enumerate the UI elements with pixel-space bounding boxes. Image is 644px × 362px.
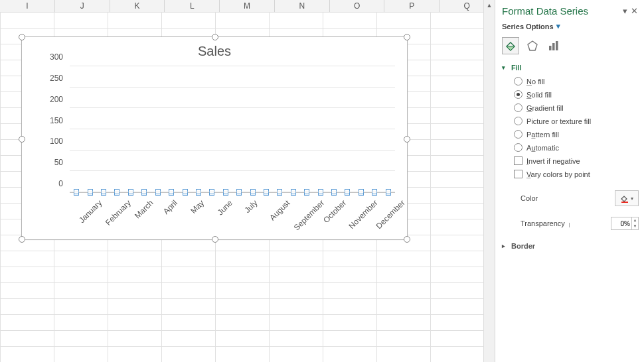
vary-colors-checkbox[interactable]: Vary colors by point xyxy=(514,170,639,178)
column-headers: IJKLMNOPQ xyxy=(0,0,495,13)
series-options-label: Series Options xyxy=(502,23,554,30)
column-header[interactable]: K xyxy=(110,0,165,12)
pane-options-button[interactable]: ▾ xyxy=(620,6,629,16)
pattern-fill-radio[interactable]: Pattern fill xyxy=(514,130,639,139)
pane-title: Format Data Series xyxy=(502,5,620,17)
chevron-down-icon: ▾ xyxy=(631,196,633,202)
pane-close-button[interactable]: ✕ xyxy=(629,6,639,16)
x-axis: JanuaryFebruaryMarchAprilMayJuneJulyAugu… xyxy=(70,194,395,239)
chevron-down-icon: ▾ xyxy=(556,22,560,30)
paint-bucket-small-icon xyxy=(620,194,629,203)
gridline xyxy=(70,150,395,151)
border-section-label: Border xyxy=(511,242,535,250)
transparency-input[interactable]: ▲ ▼ xyxy=(611,217,639,230)
y-tick-label: 150 xyxy=(23,116,63,125)
chart-title[interactable]: Sales xyxy=(22,44,407,59)
y-tick-label: 100 xyxy=(23,137,63,146)
checkbox-label: ary colors by point xyxy=(531,170,590,178)
solid-fill-radio[interactable]: Solid fill xyxy=(514,90,639,99)
gridline xyxy=(70,107,395,108)
svg-rect-1 xyxy=(549,46,552,50)
gridline xyxy=(70,129,395,129)
chart-object[interactable]: Sales 050100150200250300 JanuaryFebruary… xyxy=(21,36,408,240)
color-picker-button[interactable]: ▾ xyxy=(615,190,639,206)
resize-handle-ne[interactable] xyxy=(404,34,410,40)
picture-fill-radio[interactable]: Picture or texture fill xyxy=(514,117,639,125)
x-tick-label: December xyxy=(374,198,406,231)
svg-rect-2 xyxy=(552,43,555,50)
fill-line-tab[interactable] xyxy=(502,37,519,54)
radio-label: radient fill xyxy=(532,104,564,112)
radio-label: o fill xyxy=(532,78,545,86)
series-options-tab[interactable] xyxy=(546,38,562,54)
y-tick-label: 0 xyxy=(23,179,63,188)
pane-category-tabs xyxy=(502,34,639,61)
spin-down-icon[interactable]: ▼ xyxy=(632,223,638,229)
effects-tab[interactable] xyxy=(524,38,540,54)
column-header[interactable]: J xyxy=(55,0,110,12)
svg-rect-4 xyxy=(621,202,628,203)
bar-chart-icon xyxy=(548,40,560,52)
radio-label: Picture or texture fill xyxy=(526,117,591,125)
checkbox-label: nvert if negative xyxy=(528,157,580,165)
triangle-right-icon: ▸ xyxy=(502,243,509,249)
y-tick-label: 200 xyxy=(23,95,63,104)
resize-handle-sw[interactable] xyxy=(19,236,25,243)
column-header[interactable]: O xyxy=(330,0,385,12)
radio-label: ttern fill xyxy=(535,131,558,139)
gridline xyxy=(70,192,395,192)
resize-handle-e[interactable] xyxy=(404,136,410,143)
plot-area[interactable] xyxy=(70,66,395,193)
gridline xyxy=(70,87,395,88)
no-fill-radio[interactable]: No fill xyxy=(514,77,639,86)
x-tick-label: May xyxy=(189,198,206,215)
triangle-down-icon: ▾ xyxy=(502,64,509,71)
radio-label: tomatic xyxy=(535,144,558,152)
transparency-value[interactable] xyxy=(611,219,631,228)
transparency-slider[interactable]: | xyxy=(565,219,611,228)
column-header[interactable]: M xyxy=(220,0,275,12)
pentagon-icon xyxy=(526,40,538,52)
spreadsheet-area[interactable]: IJKLMNOPQ Sales 050100150200250300 Janua… xyxy=(0,0,495,362)
y-tick-label: 300 xyxy=(23,52,63,62)
gridline xyxy=(70,66,395,66)
resize-handle-se[interactable] xyxy=(404,236,410,243)
y-tick-label: 250 xyxy=(23,74,63,83)
x-tick-label: July xyxy=(243,198,260,215)
transparency-label: Transparency xyxy=(521,219,565,227)
x-tick-label: June xyxy=(215,198,234,217)
series-options-dropdown[interactable]: Series Options ▾ xyxy=(502,22,639,34)
fill-section-header[interactable]: ▾ Fill xyxy=(502,61,639,74)
svg-marker-0 xyxy=(528,41,537,50)
paint-bucket-icon xyxy=(505,40,517,52)
y-tick-label: 50 xyxy=(23,158,63,167)
automatic-radio[interactable]: Automatic xyxy=(514,143,639,152)
column-header[interactable]: I xyxy=(0,0,55,12)
gridline xyxy=(70,170,395,171)
resize-handle-n[interactable] xyxy=(212,34,218,40)
column-header[interactable]: P xyxy=(384,0,440,12)
column-header[interactable]: N xyxy=(275,0,330,12)
x-tick-label: April xyxy=(161,198,179,216)
y-axis: 050100150200250300 xyxy=(22,66,67,193)
resize-handle-nw[interactable] xyxy=(19,34,25,40)
format-data-series-pane: Format Data Series ▾ ✕ Series Options ▾ xyxy=(495,0,644,362)
column-header[interactable]: L xyxy=(165,0,220,12)
gradient-fill-radio[interactable]: Gradient fill xyxy=(514,103,639,112)
vertical-scrollbar[interactable]: ▲ xyxy=(483,0,495,362)
invert-if-negative-checkbox[interactable]: Invert if negative xyxy=(514,156,639,165)
spin-up-icon[interactable]: ▲ xyxy=(632,217,638,223)
border-section-header[interactable]: ▸ Border xyxy=(502,239,639,253)
radio-label: olid fill xyxy=(531,91,552,99)
fill-section-label: Fill xyxy=(511,64,522,72)
svg-rect-3 xyxy=(556,41,558,50)
scroll-up-icon[interactable]: ▲ xyxy=(484,0,495,11)
fill-options-group: No fill Solid fill Gradient fill Picture… xyxy=(502,74,639,184)
color-label: Color xyxy=(521,194,538,202)
